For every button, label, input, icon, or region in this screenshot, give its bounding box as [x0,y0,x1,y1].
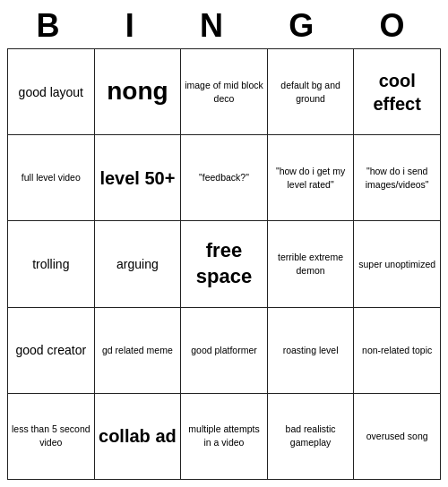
cell-r2-c2: free space [181,221,268,307]
cell-r4-c1: collab ad [94,393,181,479]
cell-r0-c1: nong [94,49,181,135]
title-n: N [200,7,230,45]
cell-r0-c3: default bg and ground [267,49,354,135]
cell-r4-c3: bad realistic gameplay [267,393,354,479]
cell-r4-c2: multiple attempts in a video [181,393,268,479]
cell-r1-c3: "how do i get my level rated" [267,135,354,221]
cell-r1-c2: "feedback?" [181,135,268,221]
cell-r3-c2: good platformer [181,307,268,393]
cell-r0-c2: image of mid block deco [181,49,268,135]
cell-r4-c4: overused song [354,393,441,479]
cell-r0-c4: cool effect [354,49,441,135]
cell-r0-c0: good layout [8,49,95,135]
title-b: B [37,7,67,45]
cell-r1-c0: full level video [8,135,95,221]
cell-r2-c3: terrible extreme demon [267,221,354,307]
bingo-grid: good layoutnongimage of mid block decode… [7,48,441,480]
bingo-title: B I N G O [7,7,441,45]
cell-r3-c3: roasting level [267,307,354,393]
title-i: I [125,7,142,45]
title-o: O [379,7,411,45]
cell-r2-c4: super unoptimized [354,221,441,307]
cell-r3-c4: non-related topic [354,307,441,393]
cell-r2-c0: trolling [8,221,95,307]
cell-r2-c1: arguing [94,221,181,307]
cell-r3-c1: gd related meme [94,307,181,393]
cell-r3-c0: good creator [8,307,95,393]
cell-r1-c4: "how do i send images/videos" [354,135,441,221]
cell-r4-c0: less than 5 second video [8,393,95,479]
cell-r1-c1: level 50+ [94,135,181,221]
title-g: G [289,7,321,45]
